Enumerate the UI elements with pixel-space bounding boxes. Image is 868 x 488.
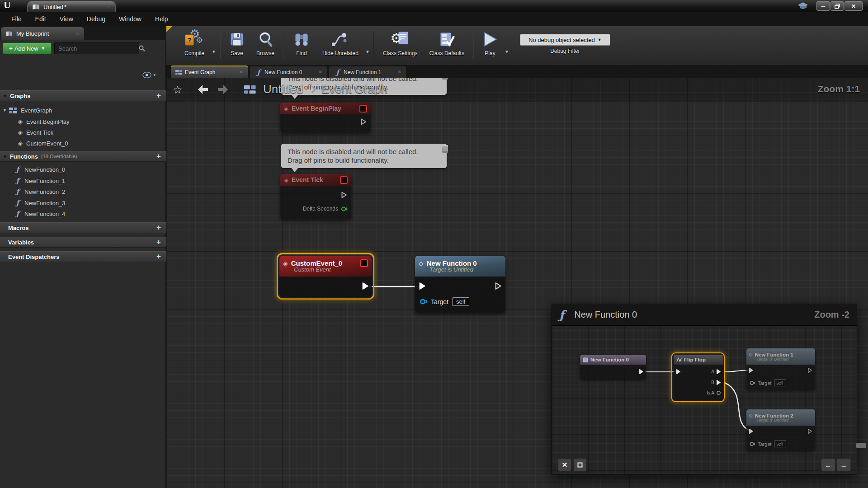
- target-pin[interactable]: Target self: [750, 441, 786, 447]
- node-new-function1[interactable]: ◇ New Function 1 Target is Untitled Targ…: [746, 348, 815, 390]
- nav-back-button[interactable]: ←: [821, 459, 835, 471]
- target-pin[interactable]: Target self: [750, 380, 786, 386]
- target-pin[interactable]: Target self: [420, 297, 469, 306]
- window-document-tab[interactable]: Untitled * ✕: [27, 1, 116, 12]
- node-function-entry[interactable]: New Function 0: [580, 355, 646, 379]
- back-arrow-button[interactable]: [197, 84, 209, 95]
- tab-my-blueprint[interactable]: My Blueprint ✕: [1, 27, 84, 40]
- blueprint-book-icon: [32, 4, 40, 10]
- add-macro-button[interactable]: +: [156, 224, 161, 232]
- forward-arrow-button[interactable]: [217, 84, 229, 95]
- tab-event-graph[interactable]: Event Graph ✕: [171, 66, 248, 78]
- close-preview-button[interactable]: ✕: [558, 459, 571, 471]
- tooltip-line2: Drag off pins to build functionality.: [288, 156, 440, 164]
- tree-item-newfunction2[interactable]: ƒ NewFunction_2: [0, 186, 166, 197]
- exec-out-pin[interactable]: [341, 191, 348, 199]
- tab-close-icon[interactable]: ✕: [392, 70, 401, 75]
- node-new-function0[interactable]: ◇ New Function 0 Target is Untitled Targ…: [415, 256, 505, 313]
- breadcrumb-root[interactable]: Untitled: [263, 82, 303, 96]
- exec-out-pin[interactable]: [639, 369, 644, 375]
- menu-view[interactable]: View: [53, 12, 80, 26]
- favorite-star-icon[interactable]: ☆: [173, 84, 183, 96]
- event-graph-canvas[interactable]: This node is disabled and will not be ca…: [166, 78, 868, 488]
- preview-canvas[interactable]: New Function 0 Flip Flop: [552, 326, 856, 474]
- add-graph-button[interactable]: +: [156, 92, 161, 100]
- search-input[interactable]: [57, 45, 139, 52]
- exec-in-pin[interactable]: [749, 367, 754, 373]
- node-event-tick[interactable]: ◈ Event Tick Delta Seconds: [280, 174, 351, 220]
- menu-window[interactable]: Window: [112, 12, 148, 26]
- close-button[interactable]: ✕: [844, 1, 863, 11]
- exec-out-pin[interactable]: [807, 367, 812, 373]
- menu-edit[interactable]: Edit: [28, 12, 53, 26]
- tab-close-icon[interactable]: ✕: [312, 70, 322, 75]
- function-graph-preview-panel[interactable]: ƒ New Function 0 Zoom -2 New Functi: [552, 304, 857, 475]
- compile-options-caret[interactable]: ▼: [212, 49, 216, 54]
- hide-unrelated-caret[interactable]: ▼: [365, 49, 370, 54]
- tree-item-newfunction3[interactable]: ƒ NewFunction_3: [0, 197, 166, 208]
- panel-close-icon[interactable]: ✕: [76, 31, 80, 36]
- self-chip[interactable]: self: [774, 441, 787, 447]
- tab-close-icon[interactable]: ✕: [107, 4, 111, 10]
- debug-object-dropdown[interactable]: No debug object selected ▼: [520, 34, 610, 46]
- exec-out-pin[interactable]: [360, 118, 367, 126]
- tree-item-newfunction4[interactable]: ƒ NewFunction_4: [0, 208, 166, 219]
- node-customevent0[interactable]: ◈ CustomEvent_0 Custom Event: [279, 256, 372, 297]
- tree-item-customevent0[interactable]: ◈ CustomEvent_0: [0, 138, 166, 149]
- tree-item-newfunction1[interactable]: ƒ NewFunction_1: [0, 175, 166, 186]
- section-graphs[interactable]: ▼ Graphs +: [0, 90, 166, 101]
- add-variable-button[interactable]: +: [156, 238, 161, 246]
- expander-icon[interactable]: ▼: [3, 94, 7, 99]
- save-button[interactable]: Save: [229, 30, 245, 56]
- browse-button[interactable]: Browse: [256, 30, 274, 56]
- section-variables[interactable]: Variables +: [0, 237, 166, 248]
- compile-button[interactable]: ⚙ ⚙ ? Compile: [184, 30, 205, 56]
- restore-button[interactable]: [830, 1, 844, 11]
- play-button[interactable]: Play: [482, 30, 498, 56]
- tree-item-newfunction0[interactable]: ƒ NewFunction_0: [0, 164, 166, 175]
- menu-debug[interactable]: Debug: [80, 12, 112, 26]
- scrollbar-handle[interactable]: [856, 443, 866, 448]
- node-event-beginplay[interactable]: ◈ Event BeginPlay: [280, 103, 371, 133]
- class-settings-button[interactable]: ⚙ Class Settings: [383, 30, 418, 56]
- maximize-preview-button[interactable]: [574, 459, 586, 471]
- class-defaults-button[interactable]: Class Defaults: [429, 30, 464, 56]
- search-box[interactable]: [54, 42, 139, 54]
- expander-icon[interactable]: ▼: [3, 154, 7, 159]
- self-chip[interactable]: self: [774, 380, 787, 386]
- find-button[interactable]: Find: [292, 30, 311, 56]
- tab-new-function-1[interactable]: ƒ New Function 1 ✕: [329, 66, 406, 78]
- add-dispatcher-button[interactable]: +: [156, 253, 161, 261]
- expander-icon[interactable]: ▼: [3, 108, 7, 113]
- nav-forward-button[interactable]: →: [837, 459, 850, 471]
- section-functions[interactable]: ▼ Functions (18 Overridable) +: [0, 151, 166, 162]
- graduation-cap-icon[interactable]: [797, 1, 809, 10]
- minimize-button[interactable]: ─: [816, 1, 830, 11]
- tab-new-function-0[interactable]: ƒ New Function 0 ✕: [250, 66, 327, 78]
- section-macros[interactable]: Macros +: [0, 222, 166, 233]
- hide-unrelated-button[interactable]: Hide Unrelated: [322, 30, 359, 56]
- tree-item-eventgraph[interactable]: ▼ EventGraph: [0, 105, 166, 116]
- play-options-caret[interactable]: ▼: [505, 49, 509, 54]
- add-new-button[interactable]: + Add New ▼: [3, 42, 52, 54]
- delta-seconds-pin[interactable]: Delta Seconds: [303, 206, 348, 212]
- exec-in-pin[interactable]: [749, 428, 754, 434]
- add-function-button[interactable]: +: [156, 152, 161, 160]
- visibility-filter-button[interactable]: ▼: [142, 69, 160, 81]
- tab-close-icon[interactable]: ✕: [233, 70, 243, 75]
- menu-file[interactable]: File: [5, 12, 28, 26]
- tree-item-event-tick[interactable]: ◈ Event Tick: [0, 127, 166, 138]
- comment-bubble-icon[interactable]: [442, 78, 448, 80]
- section-event-dispatchers[interactable]: Event Dispatchers +: [0, 251, 166, 262]
- tree-item-event-beginplay[interactable]: ◈ Event BeginPlay: [0, 116, 166, 127]
- exec-out-pin[interactable]: [807, 428, 812, 434]
- exec-in-pin[interactable]: [419, 282, 426, 290]
- node-new-function2[interactable]: ◇ New Function 2 Target is Untitled Targ…: [746, 409, 815, 451]
- menu-help[interactable]: Help: [148, 12, 175, 26]
- comment-bubble-icon[interactable]: [442, 145, 448, 153]
- exec-out-pin[interactable]: [495, 282, 502, 290]
- eventgraph-label: EventGraph: [21, 107, 52, 114]
- self-chip[interactable]: self: [452, 297, 469, 306]
- plus-icon: +: [9, 45, 13, 52]
- exec-out-pin[interactable]: [362, 282, 369, 290]
